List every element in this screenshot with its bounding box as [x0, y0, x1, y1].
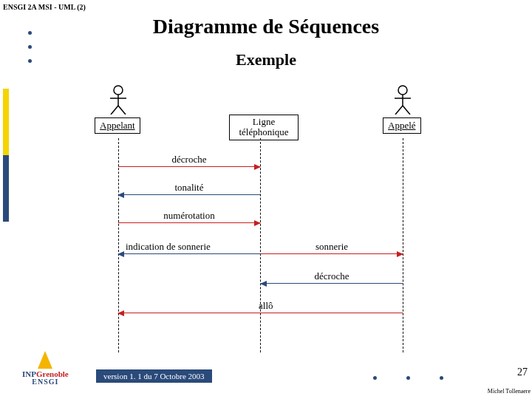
- msg-tonalite: tonalité: [118, 194, 260, 196]
- msg-numerotation-label: numérotation: [163, 210, 214, 222]
- svg-point-0: [114, 86, 123, 95]
- slide-header: ENSGI 2A MSI - UML (2): [3, 3, 86, 11]
- msg-tonalite-label: tonalité: [175, 182, 204, 194]
- msg-allo: allô: [118, 313, 403, 314]
- author-name: Michel Tollenaere: [488, 388, 531, 395]
- svg-line-3: [111, 106, 118, 115]
- msg-decroche-1: décroche: [118, 166, 260, 168]
- page-number: 27: [517, 366, 528, 378]
- lifeline-caller: [118, 138, 119, 352]
- msg-sonnerie-label: sonnerie: [316, 241, 348, 253]
- logo: INPGrenoble ENSGI: [22, 351, 69, 386]
- footer-dots: [373, 376, 443, 380]
- svg-line-9: [403, 106, 410, 115]
- participant-line: Ligne téléphonique: [229, 115, 299, 140]
- svg-line-4: [118, 106, 126, 115]
- svg-point-5: [398, 86, 407, 95]
- participant-caller: Appelant: [95, 117, 140, 134]
- actor-callee-icon: [393, 85, 412, 115]
- svg-line-8: [395, 106, 403, 115]
- slide-subtitle: Exemple: [0, 50, 532, 69]
- msg-sonnerie: sonnerie: [261, 253, 403, 255]
- msg-allo-label: allô: [259, 300, 273, 312]
- participant-line-label: Ligne téléphonique: [234, 117, 293, 138]
- lifeline-line: [260, 138, 261, 352]
- msg-indication-sonnerie: indication de sonnerie: [118, 253, 260, 255]
- slide-title: Diagramme de Séquences: [0, 15, 532, 38]
- version-text: version 1. 1 du 7 Octobre 2003: [96, 369, 212, 383]
- msg-indication-sonnerie-label: indication de sonnerie: [126, 241, 211, 253]
- logo-ensgi: ENSGI: [22, 378, 69, 386]
- lifeline-callee: [403, 138, 403, 352]
- msg-decroche-2: décroche: [261, 283, 403, 284]
- left-stripe: [3, 89, 9, 222]
- msg-decroche-1-label: décroche: [172, 154, 207, 166]
- msg-numerotation: numérotation: [118, 222, 260, 224]
- msg-decroche-2-label: décroche: [315, 270, 349, 282]
- participant-callee: Appelé: [383, 117, 421, 134]
- sequence-diagram: Appelant Ligne téléphonique Appelé décro…: [74, 85, 458, 351]
- actor-caller-icon: [109, 85, 128, 115]
